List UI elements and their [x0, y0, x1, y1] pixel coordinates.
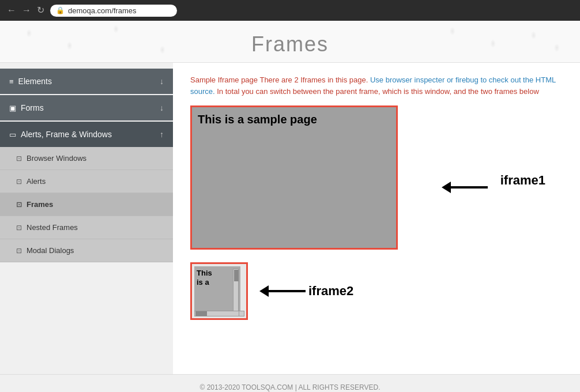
iframe2-scrollbar-v[interactable]	[233, 269, 239, 312]
iframe1-text: This is a sample page	[198, 113, 317, 126]
elements-label: Elements	[18, 77, 52, 86]
sidebar-item-modal-dialogs[interactable]: ⊡ Modal Dialogs	[0, 239, 173, 262]
iframe2-inner-text: Thisis a	[197, 269, 212, 287]
elements-icon: ≡	[9, 77, 14, 86]
sidebar-item-frames[interactable]: ⊡ Frames	[0, 193, 173, 216]
iframe2-arrow-label: iframe2	[259, 284, 353, 299]
svg-marker-3	[259, 285, 269, 297]
sidebar-group-elements: ≡ Elements ↓	[0, 69, 173, 94]
iframe2-box: Thisis a	[190, 262, 248, 320]
url-bar[interactable]: 🔒 demoqa.com/frames	[50, 5, 177, 17]
frames-label: Frames	[27, 200, 53, 209]
forms-expand-icon: ↓	[160, 103, 164, 112]
iframe2-arrow	[259, 284, 306, 298]
page-title: Frames	[0, 32, 580, 56]
iframe1-arrow	[442, 180, 488, 194]
modal-dialogs-label: Modal Dialogs	[27, 246, 74, 255]
iframe2-scrollbar-v-thumb	[234, 270, 239, 281]
back-button[interactable]: ←	[7, 6, 16, 15]
iframe1-label-group: iframe1	[500, 173, 545, 188]
iframe2-scrollbar-h-thumb	[195, 311, 207, 316]
sidebar: ≡ Elements ↓ ▣ Forms ↓ ▭ Alerts, Frame	[0, 63, 173, 374]
refresh-button[interactable]: ↻	[37, 6, 44, 15]
alerts-icon: ▭	[9, 130, 16, 139]
browser-windows-label: Browser Windows	[27, 154, 86, 163]
sidebar-group-alerts: ▭ Alerts, Frame & Windows ↑ ⊡ Browser Wi…	[0, 122, 173, 262]
lock-icon: 🔒	[56, 6, 65, 14]
iframe1-wrapper: This is a sample page	[190, 105, 398, 250]
sidebar-group-forms-header[interactable]: ▣ Forms ↓	[0, 95, 173, 120]
description-normal2: In total you can switch between the pare…	[215, 87, 539, 96]
alerts-expand-icon: ↑	[160, 130, 164, 139]
modal-dialogs-icon: ⊡	[16, 247, 22, 255]
elements-expand-icon: ↓	[160, 77, 164, 86]
sidebar-item-browser-windows[interactable]: ⊡ Browser Windows	[0, 147, 173, 170]
footer-text: © 2013-2020 TOOLSQA.COM | ALL RIGHTS RES…	[200, 383, 381, 391]
iframe1-box: This is a sample page	[190, 105, 398, 250]
iframe2-label-text: iframe2	[308, 284, 353, 299]
url-text: demoqa.com/frames	[68, 6, 137, 15]
svg-marker-1	[442, 182, 451, 193]
sidebar-item-alerts[interactable]: ⊡ Alerts	[0, 170, 173, 193]
browser-bar: ← → ↻ 🔒 demoqa.com/frames	[0, 0, 580, 21]
forward-button[interactable]: →	[22, 6, 31, 15]
frames-icon: ⊡	[16, 201, 22, 209]
page-header: Frames	[0, 21, 580, 63]
iframe1-label-text: iframe1	[500, 173, 545, 188]
scroll-corner	[239, 311, 244, 316]
content-area: Sample Iframe page There are 2 Iframes i…	[173, 63, 580, 374]
sidebar-item-nested-frames[interactable]: ⊡ Nested Frames	[0, 216, 173, 239]
alerts-label: Alerts, Frame & Windows	[21, 130, 112, 139]
forms-label: Forms	[21, 103, 44, 112]
sidebar-group-forms: ▣ Forms ↓	[0, 95, 173, 120]
nested-frames-label: Nested Frames	[27, 223, 78, 232]
forms-icon: ▣	[9, 104, 16, 112]
alerts-sub-icon: ⊡	[16, 178, 22, 186]
nested-frames-icon: ⊡	[16, 224, 22, 232]
iframe2-inner: Thisis a	[194, 266, 240, 312]
alerts-sub-label: Alerts	[27, 177, 46, 186]
browser-windows-icon: ⊡	[16, 154, 22, 163]
sidebar-group-alerts-header[interactable]: ▭ Alerts, Frame & Windows ↑	[0, 122, 173, 147]
main-layout: ≡ Elements ↓ ▣ Forms ↓ ▭ Alerts, Frame	[0, 63, 580, 374]
sidebar-group-elements-header[interactable]: ≡ Elements ↓	[0, 69, 173, 94]
iframe2-scrollbar-h[interactable]	[194, 311, 240, 316]
description-normal: Sample Iframe page There are 2 Iframes i…	[190, 76, 370, 84]
page-footer: © 2013-2020 TOOLSQA.COM | ALL RIGHTS RES…	[0, 374, 580, 392]
description: Sample Iframe page There are 2 Iframes i…	[190, 74, 563, 97]
iframe2-row: Thisis a iframe2	[190, 262, 563, 320]
